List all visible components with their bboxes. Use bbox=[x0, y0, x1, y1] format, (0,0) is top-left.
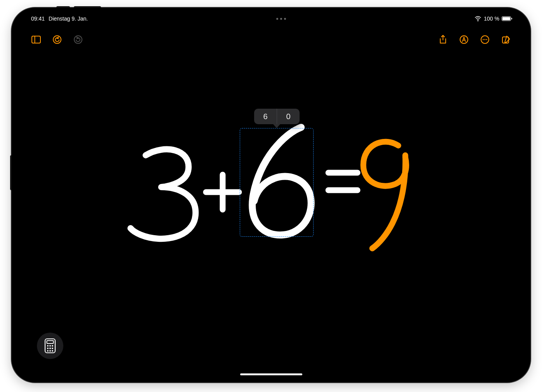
calculator-icon bbox=[44, 338, 56, 354]
screen: 09:41 Dienstag 9. Jan. 100 % bbox=[16, 12, 527, 378]
hardware-power-button bbox=[56, 6, 70, 8]
svg-point-13 bbox=[47, 345, 49, 347]
svg-point-16 bbox=[47, 348, 49, 349]
svg-point-17 bbox=[49, 348, 51, 349]
recognition-option-2[interactable]: 0 bbox=[277, 109, 300, 124]
svg-point-19 bbox=[47, 350, 49, 352]
device-frame: 09:41 Dienstag 9. Jan. 100 % bbox=[12, 8, 530, 382]
svg-rect-12 bbox=[47, 341, 54, 344]
home-indicator[interactable] bbox=[240, 373, 302, 375]
popup-tail-icon bbox=[273, 124, 280, 128]
recognition-selection-box[interactable] bbox=[240, 128, 314, 237]
svg-point-18 bbox=[52, 348, 53, 349]
svg-point-15 bbox=[52, 345, 53, 347]
svg-point-20 bbox=[49, 350, 51, 352]
note-canvas[interactable]: 3 + 6 = 9 6 0 bbox=[16, 12, 527, 378]
recognition-option-1[interactable]: 6 bbox=[254, 109, 277, 124]
calculator-button[interactable] bbox=[37, 333, 63, 359]
recognition-suggestion-popup: 6 0 bbox=[254, 109, 300, 124]
svg-point-21 bbox=[52, 350, 53, 352]
hardware-volume-button bbox=[74, 6, 101, 8]
hardware-side-button bbox=[10, 155, 12, 190]
svg-point-14 bbox=[49, 345, 51, 347]
